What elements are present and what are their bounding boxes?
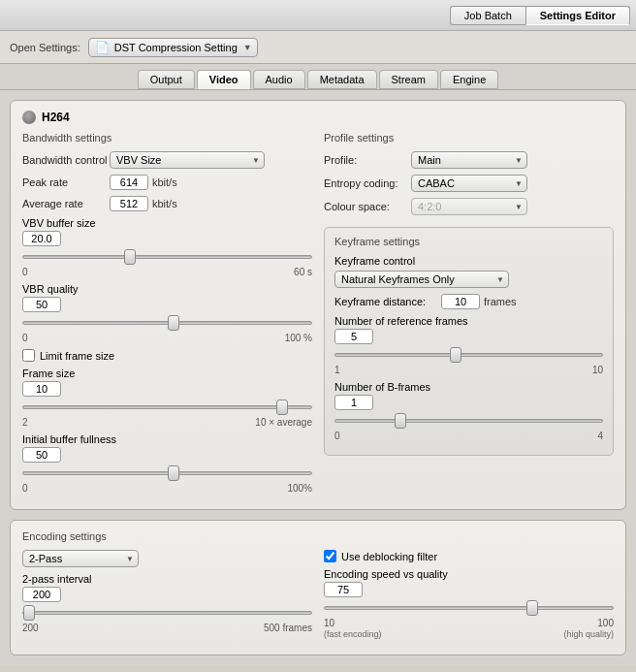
b-frames-max-label: 4 [597, 431, 603, 441]
speed-quality-slider[interactable] [324, 599, 614, 617]
vbv-buffer-thumb[interactable] [124, 249, 136, 265]
initial-buffer-label: Initial buffer fullness [22, 433, 312, 445]
interval-min-label: 200 [22, 623, 39, 633]
limit-frame-label: Limit frame size [40, 350, 114, 362]
vbv-buffer-value: 20.0 [22, 231, 61, 246]
encoding-columns: 2-Pass 2-pass interval 200 [22, 550, 614, 645]
ref-frames-label: Number of reference frames [334, 315, 603, 327]
speed-quality-max-label: 100 [597, 618, 614, 628]
bandwidth-column: Bandwidth settings Bandwidth control VBV… [22, 132, 312, 499]
settings-editor-tab[interactable]: Settings Editor [525, 6, 630, 25]
keyframe-distance-label: Keyframe distance: [334, 296, 441, 307]
encoding-section: Encoding settings 2-Pass 2-pass interval… [10, 520, 626, 656]
avg-rate-input[interactable] [110, 196, 148, 211]
vbv-buffer-slider[interactable] [22, 248, 312, 266]
settings-columns: Bandwidth settings Bandwidth control VBV… [22, 132, 614, 499]
entropy-label: Entropy coding: [324, 177, 411, 189]
dropdown-arrow-icon: ▼ [243, 43, 252, 52]
b-frames-row: Number of B-frames 1 0 4 [334, 381, 603, 441]
initial-buffer-thumb[interactable] [168, 465, 179, 481]
ref-frames-slider[interactable] [334, 346, 603, 364]
initial-buffer-row: Initial buffer fullness 50 0 100% [22, 433, 312, 494]
ref-frames-min-label: 1 [334, 365, 340, 375]
keyframe-distance-input[interactable] [441, 294, 480, 309]
tab-engine[interactable]: Engine [440, 70, 498, 89]
settings-dropdown[interactable]: 📄 DST Compression Setting ▼ [88, 38, 258, 57]
interval-value: 200 [22, 587, 61, 602]
colour-row: Colour space: 4:2:0 [324, 198, 614, 215]
vbr-quality-slider[interactable] [22, 314, 312, 332]
vbr-quality-labels: 0 100 % [22, 333, 312, 343]
initial-buffer-slider[interactable] [22, 464, 312, 482]
title-bar: Job Batch Settings Editor [0, 0, 636, 31]
tab-metadata[interactable]: Metadata [307, 70, 377, 89]
vbr-quality-value: 50 [22, 297, 61, 312]
frame-size-label: Frame size [22, 368, 312, 379]
open-settings-label: Open Settings: [10, 42, 80, 53]
encoding-mode-select[interactable]: 2-Pass [22, 550, 139, 567]
entropy-select-wrap[interactable]: CABAC [411, 175, 527, 192]
vbr-quality-thumb[interactable] [168, 315, 179, 331]
interval-label: 2-pass interval [22, 573, 312, 585]
profile-label: Profile: [324, 154, 411, 166]
encoding-mode-select-wrap[interactable]: 2-Pass [22, 550, 139, 567]
peak-rate-input[interactable] [110, 175, 148, 190]
tab-video[interactable]: Video [197, 70, 251, 89]
vbr-quality-label: VBR quality [22, 283, 312, 295]
b-frames-slider[interactable] [334, 412, 603, 430]
main-content: H264 Bandwidth settings Bandwidth contro… [0, 90, 636, 665]
profile-select[interactable]: Main [411, 151, 527, 169]
keyframe-control-select[interactable]: Natural Keyframes Only [334, 271, 509, 288]
speed-quality-track [324, 606, 614, 610]
tab-output[interactable]: Output [138, 70, 195, 89]
doc-icon: 📄 [95, 41, 110, 54]
b-frames-label: Number of B-frames [334, 381, 603, 393]
encoding-section-title: Encoding settings [22, 530, 614, 542]
codec-icon [22, 111, 36, 124]
vbv-max-label: 60 s [294, 267, 312, 277]
frame-size-thumb[interactable] [276, 400, 288, 415]
entropy-select[interactable]: CABAC [411, 175, 527, 192]
colour-select[interactable]: 4:2:0 [411, 198, 527, 215]
tab-stream[interactable]: Stream [379, 70, 438, 89]
vbv-buffer-row: VBV buffer size 20.0 0 60 s [22, 217, 312, 277]
right-column: Profile settings Profile: Main Entropy c… [324, 132, 614, 499]
vbv-min-label: 0 [22, 267, 28, 277]
job-batch-tab[interactable]: Job Batch [450, 6, 525, 25]
keyframe-control-select-wrap[interactable]: Natural Keyframes Only [334, 271, 509, 288]
bandwidth-control-select[interactable]: VBV Size [110, 151, 265, 169]
frame-size-slider[interactable] [22, 399, 312, 416]
ref-frames-row: Number of reference frames 5 1 10 [334, 315, 603, 375]
deblock-checkbox[interactable] [324, 550, 336, 562]
keyframe-control-select-wrap-outer: Natural Keyframes Only [334, 271, 603, 288]
frame-size-row: Frame size 10 2 10 × average [22, 368, 312, 428]
top-tab-group[interactable]: Job Batch Settings Editor [450, 6, 630, 25]
vbv-buffer-label: VBV buffer size [22, 217, 312, 229]
speed-quality-value: 75 [324, 582, 363, 597]
frame-size-min-label: 2 [22, 417, 28, 428]
vbv-buffer-track [22, 255, 312, 259]
limit-frame-checkbox[interactable] [22, 349, 35, 362]
profile-select-wrap[interactable]: Main [411, 151, 527, 169]
bandwidth-control-select-wrap[interactable]: VBV Size [110, 151, 265, 169]
peak-rate-row: Peak rate kbit/s [22, 175, 312, 190]
speed-quality-label: Encoding speed vs quality [324, 568, 614, 580]
interval-slider[interactable] [22, 604, 312, 622]
b-frames-thumb[interactable] [395, 413, 406, 429]
initial-buffer-labels: 0 100% [22, 483, 312, 494]
ref-frames-thumb[interactable] [450, 347, 461, 363]
init-buf-max-label: 100% [287, 483, 312, 494]
encoding-left: 2-Pass 2-pass interval 200 [22, 550, 312, 645]
avg-rate-row: Average rate kbit/s [22, 196, 312, 211]
vbr-quality-row: VBR quality 50 0 100 % [22, 283, 312, 343]
init-buf-min-label: 0 [22, 483, 28, 494]
interval-track [22, 611, 312, 615]
speed-quality-min-label: 10 [324, 618, 334, 628]
tab-audio[interactable]: Audio [253, 70, 305, 89]
speed-quality-row: Encoding speed vs quality 75 10 100 [324, 568, 614, 639]
interval-thumb[interactable] [23, 605, 35, 621]
speed-quality-thumb[interactable] [526, 600, 538, 616]
ref-frames-max-label: 10 [592, 365, 603, 375]
interval-max-label: 500 frames [264, 623, 312, 633]
colour-select-wrap[interactable]: 4:2:0 [411, 198, 527, 215]
